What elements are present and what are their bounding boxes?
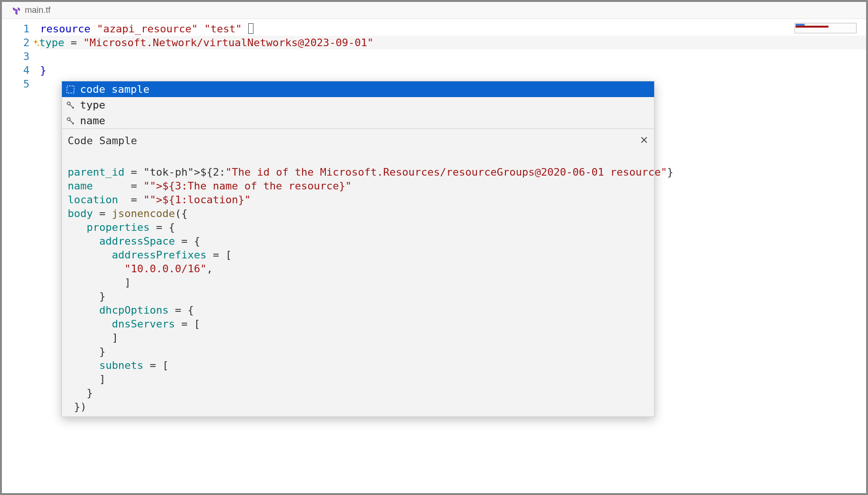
code-line[interactable]: resource "azapi_resource" "test" (40, 22, 866, 36)
token-punct: = (64, 37, 83, 49)
line-number: 1 (2, 22, 30, 36)
code-line[interactable]: } (40, 63, 866, 77)
svg-point-6 (67, 118, 70, 120)
line-number: 3 (2, 50, 30, 63)
completion-label: code sample (80, 82, 150, 96)
completion-doc-panel: Code Sample parent_id = "tok-ph">${2:"Th… (62, 129, 654, 416)
completion-item-code-sample[interactable]: code sample (62, 81, 654, 97)
token-brace: } (40, 64, 46, 76)
tab-filename: main.tf (25, 5, 50, 15)
doc-body: parent_id = "tok-ph">${2:"The id of the … (68, 151, 648, 416)
minimap[interactable] (795, 23, 857, 33)
token-keyword: resource (40, 23, 91, 35)
close-icon[interactable] (640, 134, 648, 148)
property-icon (66, 116, 75, 126)
line-gutter: 1 2 3 4 5 (2, 22, 40, 493)
doc-title: Code Sample (68, 134, 137, 148)
sparkle-icon (31, 37, 40, 45)
file-tab[interactable]: main.tf (8, 3, 55, 17)
line-number: 4 (2, 63, 30, 77)
svg-marker-0 (13, 7, 15, 11)
code-line[interactable] (40, 50, 866, 63)
token-string: "test" (204, 23, 242, 35)
line-number: 5 (2, 77, 30, 91)
token-string: "azapi_resource" (97, 23, 198, 35)
token-property: type (39, 37, 64, 49)
completion-label: type (80, 98, 105, 112)
completion-popup: code sample type name Code Sampl (61, 81, 655, 417)
tab-bar: main.tf (2, 2, 866, 19)
completion-list: code sample type name (62, 81, 654, 129)
line-number: 2 (2, 36, 30, 50)
completion-item-type[interactable]: type (62, 97, 654, 113)
property-icon (66, 100, 75, 110)
terraform-icon (12, 6, 21, 15)
editor-frame: main.tf 1 2 3 4 5 resource "azapi_resour… (2, 2, 866, 493)
svg-point-5 (67, 102, 70, 105)
code-area[interactable]: 1 2 3 4 5 resource "azapi_resource" "tes… (2, 19, 866, 493)
svg-marker-2 (18, 7, 20, 11)
code-line[interactable]: type = "Microsoft.Network/virtualNetwork… (40, 36, 866, 50)
token-string: "Microsoft.Network/virtualNetworks@2023-… (83, 37, 373, 49)
completion-item-name[interactable]: name (62, 113, 654, 129)
svg-rect-4 (67, 86, 74, 93)
completion-label: name (80, 114, 105, 128)
snippet-icon (66, 85, 75, 94)
cursor-box (248, 23, 253, 34)
